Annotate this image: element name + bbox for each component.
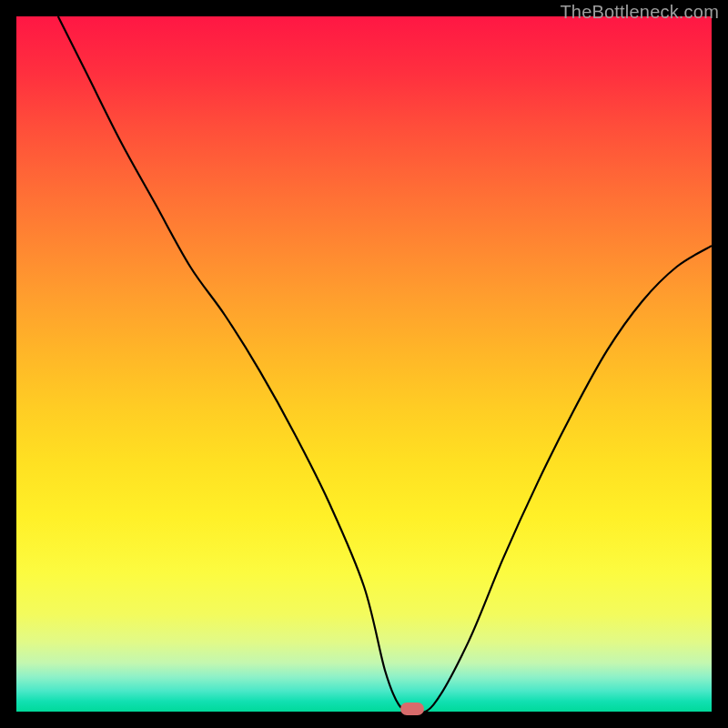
- minimum-marker: [400, 703, 424, 715]
- watermark-text: TheBottleneck.com: [560, 2, 719, 23]
- chart-canvas: TheBottleneck.com: [0, 0, 728, 728]
- chart-background-gradient: [16, 16, 712, 712]
